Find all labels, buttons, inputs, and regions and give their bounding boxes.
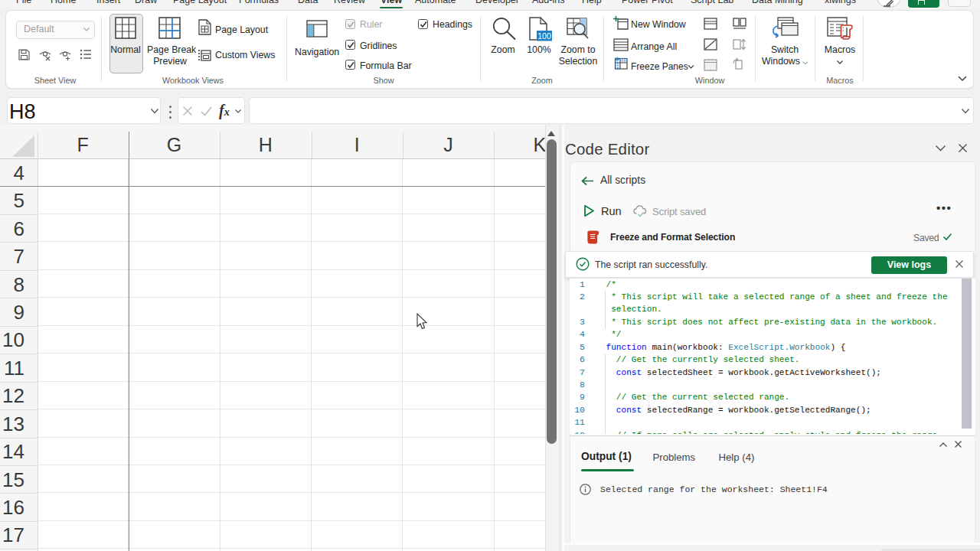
svg-text:100: 100: [537, 31, 551, 41]
